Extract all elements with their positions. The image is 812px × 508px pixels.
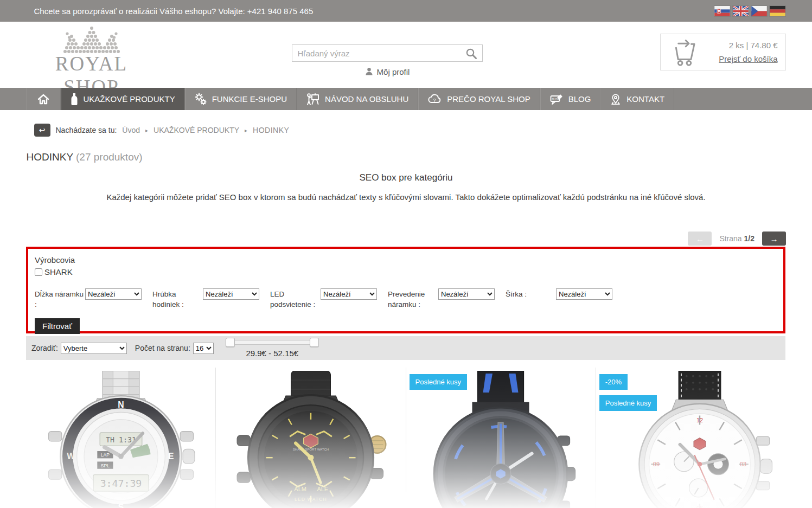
- back-button[interactable]: ↩: [34, 124, 50, 137]
- go-to-cart-link[interactable]: Prejsť do košíka: [719, 54, 777, 63]
- breadcrumb-separator-icon: ▸: [245, 127, 247, 133]
- svg-text:12: 12: [696, 417, 703, 423]
- site-header: ROYAL SHOP Môj profil: [0, 22, 812, 88]
- contact-message: Chcete sa porozprávať o realizácii Vášho…: [27, 7, 314, 16]
- svg-text:BLOG: BLOG: [552, 98, 559, 100]
- product-image-watch-white-chrono: 12 03 06 09: [621, 371, 779, 508]
- search-icon[interactable]: [465, 47, 478, 60]
- filter-select-led-podsvietenie[interactable]: Nezáleží: [321, 288, 377, 300]
- price-slider-track[interactable]: [230, 340, 314, 345]
- product-card-4[interactable]: -20% Posledné kusy: [596, 368, 785, 508]
- nav-item-kontakt[interactable]: KONTAKT: [600, 88, 674, 110]
- category-name: HODINKY: [27, 151, 73, 163]
- gears-icon: [194, 93, 207, 106]
- svg-text:?: ?: [433, 97, 436, 102]
- sort-toolbar: Zoradiť: Vyberte Počet na stranu: 16 29.…: [26, 336, 785, 360]
- nav-label: PREČO ROYAL SHOP: [447, 94, 530, 104]
- search-input[interactable]: [292, 45, 482, 61]
- svg-text:03: 03: [740, 461, 746, 467]
- product-card-2[interactable]: SHARK SPORT WATCH ALM ALE LED WATCH: [215, 368, 405, 508]
- product-card-3[interactable]: Posledné kusy: [406, 368, 596, 508]
- price-slider-max-handle[interactable]: [310, 338, 319, 347]
- search-area: Môj profil: [292, 44, 483, 76]
- czech-flag-icon[interactable]: [751, 5, 768, 17]
- top-bar: Chcete sa porozprávať o realizácii Vášho…: [0, 0, 812, 22]
- svg-text:LAP: LAP: [100, 452, 109, 458]
- price-slider-min-handle[interactable]: [226, 338, 235, 347]
- svg-text:SHARK SPORT WATCH: SHARK SPORT WATCH: [293, 448, 329, 451]
- next-page-button[interactable]: →: [762, 232, 786, 246]
- filter-select-dlzka-naramku[interactable]: Nezáleží: [85, 288, 142, 300]
- seo-box-title: SEO box pre kategóriu: [27, 172, 786, 183]
- my-profile-link[interactable]: Môj profil: [292, 67, 483, 76]
- svg-text:3:47:39: 3:47:39: [100, 478, 142, 489]
- cloud-question-icon: ?: [427, 93, 442, 106]
- breadcrumb-separator-icon: ▸: [145, 127, 148, 133]
- product-card-1[interactable]: N S W E TH 1:31 LAP SPL 3:47:39: [26, 368, 215, 508]
- nav-label: NÁVOD NA OBSLUHU: [325, 94, 408, 104]
- nav-label: BLOG: [568, 94, 591, 104]
- cart-box: 2 ks | 74.80 € Prejsť do košíka: [660, 34, 786, 70]
- filter-submit-button[interactable]: Filtrovať: [35, 318, 80, 334]
- svg-text:SPL: SPL: [100, 463, 109, 468]
- german-flag-icon[interactable]: [769, 5, 786, 17]
- price-range-value: 29.9€ - 52.15€: [226, 349, 319, 358]
- category-title: HODINKY (27 produktov): [27, 151, 786, 163]
- prev-page-button[interactable]: ←: [688, 232, 712, 246]
- svg-text:09: 09: [653, 461, 660, 467]
- svg-text:N: N: [118, 400, 124, 409]
- nav-item-navod-na-obsluhu[interactable]: NÁVOD NA OBSLUHU: [297, 88, 418, 110]
- page: Chcete sa porozprávať o realizácii Vášho…: [0, 0, 812, 508]
- breadcrumb-link-ukazkove-produkty[interactable]: UKAŽKOVÉ PRODUKTY: [154, 126, 239, 134]
- category-product-count: (27 produktov): [76, 151, 143, 163]
- filter-panel: Výrobcovia SHARK Dĺžka náramku : Nezálež…: [26, 247, 785, 333]
- map-pin-icon: [610, 93, 622, 106]
- product-image-watch-black-yellow: SHARK SPORT WATCH ALM ALE LED WATCH: [232, 371, 390, 508]
- per-page-label: Počet na stranu:: [135, 344, 190, 352]
- breadcrumb-current: HODINKY: [253, 126, 289, 134]
- blog-bubble-pencil-icon: BLOG: [549, 93, 564, 106]
- nav-label: UKAŽKOVÉ PRODUKTY: [84, 94, 175, 104]
- filter-label-sirka: Šírka :: [506, 288, 556, 310]
- filter-label-dlzka-naramku: Dĺžka náramku :: [35, 288, 85, 310]
- nav-item-ukazkove-produkty[interactable]: UKAŽKOVÉ PRODUKTY: [61, 88, 185, 110]
- nav-home[interactable]: [27, 88, 61, 110]
- filter-select-sirka[interactable]: Nezáleží: [556, 288, 612, 300]
- breadcrumb: ↩ Nachádzate sa tu: Úvod ▸ UKAŽKOVÉ PROD…: [27, 124, 786, 137]
- svg-text:06: 06: [696, 505, 703, 508]
- page-indicator: Strana 1/2: [719, 234, 755, 243]
- filter-label-prevedenie-naramku: Prevedenie náramku :: [388, 288, 438, 310]
- filter-label-hrubka-hodiniek: Hrúbka hodiniek :: [152, 288, 203, 310]
- svg-text:E: E: [168, 452, 174, 461]
- cart-icon[interactable]: [669, 38, 700, 66]
- filter-select-prevedenie-naramku[interactable]: Nezáleží: [438, 288, 495, 300]
- sort-select[interactable]: Vyberte: [61, 343, 127, 354]
- svg-text:ALE: ALE: [317, 486, 328, 492]
- per-page-select[interactable]: 16: [193, 343, 214, 354]
- svg-text:ALM: ALM: [294, 486, 306, 492]
- nav-label: KONTAKT: [626, 94, 664, 104]
- slovak-flag-icon[interactable]: [714, 5, 731, 17]
- product-image-watch-black-blue: [419, 371, 582, 508]
- seo-box-text: Každej kategórii môžete pridať SEO box v…: [27, 192, 786, 202]
- nav-item-funkcie-eshopu[interactable]: FUNKCIE E-SHOPU: [185, 88, 297, 110]
- price-slider: 29.9€ - 52.15€: [226, 336, 319, 360]
- shark-checkbox[interactable]: [35, 268, 42, 276]
- discount-badge: -20%: [599, 374, 628, 390]
- svg-text:S: S: [118, 503, 124, 508]
- sort-label: Zoradiť:: [31, 344, 58, 352]
- breadcrumb-prefix: Nachádzate sa tu:: [56, 126, 117, 134]
- nav-item-preco-royal-shop[interactable]: ? PREČO ROYAL SHOP: [418, 88, 540, 110]
- main-navigation: UKAŽKOVÉ PRODUKTY FUNKCIE E-SHOPU: [0, 88, 812, 110]
- shark-label: SHARK: [44, 267, 73, 276]
- language-switcher: [714, 5, 786, 17]
- bottle-icon: [70, 93, 79, 106]
- english-flag-icon[interactable]: [732, 5, 749, 17]
- presenter-icon: [306, 93, 320, 106]
- breadcrumb-link-uvod[interactable]: Úvod: [122, 126, 140, 134]
- nav-item-blog[interactable]: BLOG BLOG: [540, 88, 601, 110]
- manufacturer-shark-option: SHARK: [35, 267, 783, 276]
- last-pieces-badge: Posledné kusy: [599, 395, 657, 411]
- filter-select-hrubka-hodiniek[interactable]: Nezáleží: [203, 288, 259, 300]
- my-profile-label: Môj profil: [377, 67, 410, 76]
